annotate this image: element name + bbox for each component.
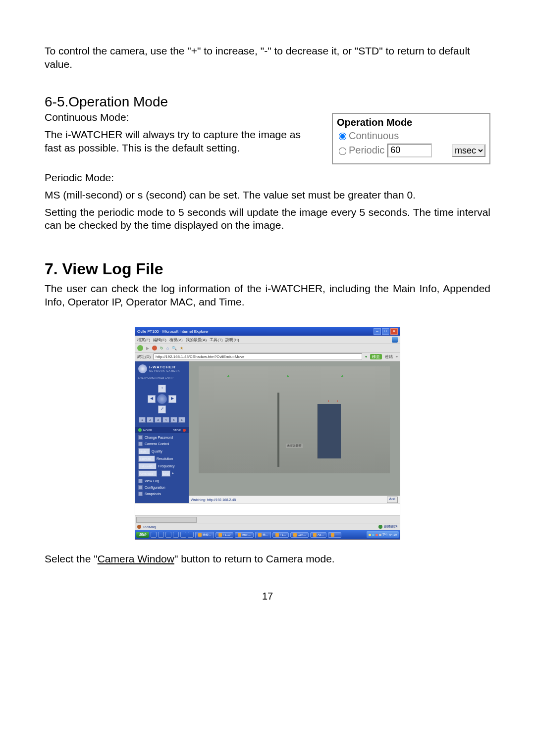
preset-6[interactable]: 6	[178, 417, 185, 423]
quality-select[interactable]: High ▾	[138, 448, 150, 454]
quality-label: Quality	[152, 450, 162, 453]
links-chevron-icon[interactable]: »	[396, 354, 398, 359]
home-icon[interactable]: ⌂	[166, 346, 169, 351]
maximize-icon[interactable]: □	[382, 328, 389, 335]
refresh-icon[interactable]: ↻	[160, 346, 163, 351]
minimize-icon[interactable]: –	[374, 328, 381, 335]
ptz-right-button[interactable]: ▶	[168, 395, 176, 403]
page-number: 17	[45, 591, 490, 602]
menu-file[interactable]: 檔案(F)	[137, 337, 150, 343]
brand-subtitle: NETWORK CAMERA	[149, 369, 180, 372]
add-button[interactable]: Add	[387, 497, 398, 503]
task-item[interactable]: 未...	[255, 532, 271, 538]
sidebar-camera-control[interactable]: Camera Control	[138, 442, 186, 446]
return-line: Select the "Camera Window" button to ret…	[45, 553, 490, 566]
system-tray[interactable]: 下午 04:19	[367, 531, 399, 538]
mode-bar: HOME STOP	[135, 427, 189, 433]
ptz-left-button[interactable]: ◀	[148, 395, 156, 403]
sidebar-configuration[interactable]: Configuration	[138, 485, 186, 490]
continuous-option-row[interactable]: Continuous	[337, 130, 485, 142]
periodic-mode-desc1: MS (mill-second) or s (second) can be se…	[45, 189, 490, 202]
menu-view[interactable]: 檢視(V)	[169, 337, 183, 343]
frequency-row: Indoor-60 ▾ Frequency	[138, 463, 186, 469]
bullet-icon	[138, 442, 143, 446]
advanced-select[interactable]: Advanced ▾	[138, 470, 157, 477]
ptz-up-button[interactable]: ↕	[158, 385, 166, 393]
continuous-radio-label: Continuous	[349, 130, 399, 142]
favorites-icon[interactable]: ★	[180, 346, 183, 351]
periodic-unit-select[interactable]: msec	[452, 144, 485, 157]
menu-favorites[interactable]: 我的最愛(A)	[186, 337, 207, 343]
ie-logo-icon	[392, 337, 398, 343]
bullet-icon	[138, 435, 143, 440]
address-url[interactable]: http://192.168.1.48/CShadow.htm?CvilEndu…	[154, 353, 362, 360]
status-icon	[137, 525, 141, 529]
periodic-radio[interactable]	[339, 147, 347, 155]
preset-5[interactable]: 5	[170, 417, 177, 423]
periodic-mode-label: Periodic Mode:	[45, 171, 490, 185]
section-6-5-heading: 6-5.Operation Mode	[45, 94, 490, 110]
go-button[interactable]: 移至	[370, 354, 382, 359]
bullet-icon	[138, 485, 143, 490]
tray-clock: 下午 04:19	[382, 533, 397, 537]
std-button[interactable]: STD	[161, 470, 170, 477]
mode-home-label[interactable]: HOME	[143, 429, 173, 432]
close-icon[interactable]: ×	[390, 328, 398, 335]
address-label: 網址(D)	[137, 354, 151, 359]
resolution-label: Resolution	[157, 457, 173, 460]
quicklaunch-icon[interactable]	[173, 532, 179, 538]
preset-1[interactable]: 1	[139, 417, 146, 423]
quicklaunch-icon[interactable]	[180, 532, 186, 538]
bullet-icon	[138, 492, 143, 496]
forward-icon[interactable]: ▶	[146, 346, 149, 351]
periodic-value-input[interactable]	[387, 144, 432, 157]
go-chevron-icon[interactable]: ▾	[365, 354, 367, 359]
continuous-mode-label: Continuous Mode:	[45, 111, 302, 124]
sidebar-snapshots[interactable]: Snapshots	[138, 492, 186, 496]
periodic-radio-label: Periodic	[349, 145, 384, 156]
task-item[interactable]: http:...	[235, 532, 254, 538]
task-item[interactable]: Ad...	[310, 532, 326, 538]
quicklaunch-icon[interactable]	[151, 532, 157, 538]
task-item[interactable]: —	[328, 532, 341, 538]
video-overlay-text: 未安裝套件	[286, 444, 303, 448]
menu-help[interactable]: 說明(H)	[225, 337, 239, 343]
operation-mode-panel: Operation Mode Continuous Periodic msec	[332, 113, 490, 164]
video-status-text: Watching: http://192.168.2.48	[191, 498, 236, 502]
advanced-row: Advanced ▾ - STD +	[138, 470, 186, 477]
address-bar: 網址(D) http://192.168.1.48/CShadow.htm?Cv…	[135, 353, 400, 361]
quicklaunch-icon[interactable]	[188, 532, 194, 538]
mode-stop-label[interactable]: STOP	[173, 429, 181, 432]
resolution-select[interactable]: 640*480 ▾	[138, 455, 155, 462]
video-door-shape	[318, 404, 341, 458]
quicklaunch-icon[interactable]	[165, 532, 171, 538]
horizontal-scrollbar[interactable]	[135, 515, 400, 523]
periodic-option-row[interactable]: Periodic msec	[337, 144, 485, 157]
task-item[interactable]: 未命...	[195, 532, 214, 538]
preset-4[interactable]: 4	[162, 417, 169, 423]
task-item[interactable]: Co4...	[290, 532, 309, 538]
preset-3[interactable]: 3	[155, 417, 161, 423]
task-item[interactable]: F1...	[272, 532, 289, 538]
video-status-bar: Watching: http://192.168.2.48 Add	[189, 496, 400, 503]
back-icon[interactable]	[137, 345, 143, 351]
start-button[interactable]: 開始	[136, 532, 149, 538]
tool-bar: ▶ ↻ ⌂ 🔍 ★	[135, 344, 400, 353]
status-zone: 網際網路	[384, 524, 398, 529]
sidebar-change-password[interactable]: Change Password	[138, 435, 186, 440]
browser-screenshot: Ovile FT100 - Microsoft Internet Explore…	[135, 327, 400, 540]
ptz-center-button[interactable]	[157, 394, 167, 404]
quicklaunch-icon[interactable]	[158, 532, 164, 538]
quality-row: High ▾ Quality	[138, 448, 186, 454]
stop-icon[interactable]	[152, 346, 157, 351]
search-icon[interactable]: 🔍	[172, 346, 177, 351]
frequency-select[interactable]: Indoor-60 ▾	[138, 463, 157, 469]
preset-2[interactable]: 2	[147, 417, 154, 423]
menu-edit[interactable]: 編輯(E)	[153, 337, 166, 343]
sidebar-view-log[interactable]: View Log	[138, 479, 186, 483]
continuous-radio[interactable]	[339, 133, 347, 141]
periodic-mode-desc2: Setting the periodic mode to 5 seconds w…	[45, 206, 490, 233]
task-item[interactable]: F1.10	[215, 532, 233, 538]
menu-tools[interactable]: 工具(T)	[210, 337, 222, 343]
ptz-down-button[interactable]: ⤢	[158, 405, 166, 413]
